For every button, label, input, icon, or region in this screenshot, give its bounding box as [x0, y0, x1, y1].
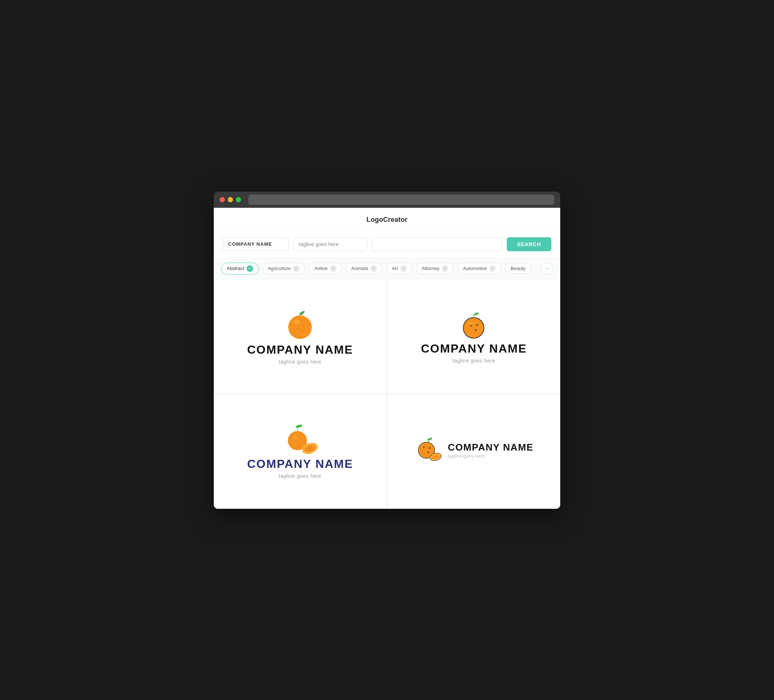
filter-label-abstract: Abstract: [227, 266, 244, 271]
svg-point-1: [288, 315, 312, 339]
logo4-company-name: COMPANY NAME: [448, 442, 533, 453]
logo3-tagline: tagline goes here: [279, 473, 321, 479]
svg-point-27: [429, 447, 430, 449]
filter-label-animals: Animals: [351, 266, 368, 271]
logo-card-3[interactable]: COMPANY NAME tagline goes here: [214, 395, 387, 509]
svg-point-22: [427, 438, 433, 441]
filter-label-automotive: Automotive: [463, 266, 487, 271]
app-title: LogoCreator: [366, 216, 407, 223]
check-icon-animals: ✓: [370, 265, 377, 272]
company-name-input[interactable]: [223, 237, 289, 251]
app-header: LogoCreator: [214, 208, 560, 231]
check-icon-abstract: ✓: [246, 265, 253, 272]
close-button[interactable]: [220, 197, 225, 202]
logo2-tagline: tagline goes here: [453, 358, 495, 364]
check-icon-agriculture: ✓: [293, 265, 299, 272]
filter-label-airline: Airline: [314, 266, 327, 271]
svg-point-3: [297, 327, 298, 329]
orange-outline-icon: [458, 309, 490, 342]
logo3-company-name: COMPANY NAME: [247, 457, 353, 471]
search-bar: SEARCH: [214, 231, 560, 258]
logo1-tagline: tagline goes here: [279, 359, 321, 365]
search-button[interactable]: SEARCH: [507, 237, 551, 251]
filter-chip-beauty[interactable]: Beauty: [505, 263, 531, 274]
check-icon-art: ✓: [400, 265, 407, 272]
tagline-input[interactable]: [293, 237, 367, 251]
filter-chip-attorney[interactable]: Attorney ✓: [416, 262, 454, 274]
filter-label-art: Art: [392, 266, 398, 271]
logo4-inline-container: COMPANY NAME tagline goes here: [414, 436, 533, 464]
orange-split-icon: [280, 424, 320, 457]
logo4-tagline: tagline goes here: [448, 453, 533, 459]
svg-point-4: [301, 330, 303, 332]
filter-chip-automotive[interactable]: Automotive ✓: [457, 262, 501, 274]
svg-point-12: [468, 322, 473, 325]
filter-chip-agriculture[interactable]: Agriculture ✓: [263, 262, 305, 274]
logo-card-1[interactable]: COMPANY NAME tagline goes here: [214, 279, 387, 393]
url-bar[interactable]: [248, 195, 554, 205]
filter-chip-art[interactable]: Art ✓: [386, 262, 412, 274]
logo-card-4[interactable]: COMPANY NAME tagline goes here: [388, 395, 561, 509]
keyword-input[interactable]: [372, 237, 502, 251]
svg-point-16: [292, 436, 297, 439]
logo-grid: COMPANY NAME tagline goes here: [214, 279, 560, 509]
logo1-company-name: COMPANY NAME: [247, 343, 353, 357]
minimize-button[interactable]: [228, 197, 233, 202]
browser-titlebar: [214, 192, 560, 208]
logo-card-2[interactable]: COMPANY NAME tagline goes here: [388, 279, 561, 393]
svg-point-26: [428, 452, 429, 453]
maximize-button[interactable]: [236, 197, 241, 202]
logo4-text-block: COMPANY NAME tagline goes here: [448, 442, 533, 459]
filter-next-button[interactable]: →: [541, 262, 553, 274]
filter-bar: Abstract ✓ Agriculture ✓ Airline ✓ Anima…: [214, 258, 560, 279]
filter-label-attorney: Attorney: [422, 266, 439, 271]
svg-point-2: [294, 320, 300, 324]
check-icon-attorney: ✓: [442, 265, 448, 272]
filter-label-agriculture: Agriculture: [268, 266, 291, 271]
svg-point-5: [303, 326, 304, 327]
svg-point-10: [475, 329, 477, 331]
check-icon-automotive: ✓: [489, 265, 496, 272]
orange-classic-icon: [283, 308, 317, 343]
filter-chip-animals[interactable]: Animals ✓: [346, 262, 382, 274]
orange-inline-icon: [414, 436, 442, 464]
filter-chip-abstract[interactable]: Abstract ✓: [221, 262, 259, 274]
svg-point-8: [463, 318, 484, 338]
svg-point-13: [296, 424, 303, 428]
logo2-company-name: COMPANY NAME: [421, 342, 527, 355]
svg-point-7: [473, 312, 479, 316]
browser-window: LogoCreator SEARCH Abstract ✓ Agricultur…: [214, 192, 560, 509]
filter-chip-airline[interactable]: Airline ✓: [309, 262, 342, 274]
svg-point-11: [476, 324, 478, 326]
svg-point-25: [423, 447, 425, 448]
check-icon-airline: ✓: [330, 265, 336, 272]
app-content: LogoCreator SEARCH Abstract ✓ Agricultur…: [214, 208, 560, 509]
filter-label-beauty: Beauty: [511, 266, 525, 271]
